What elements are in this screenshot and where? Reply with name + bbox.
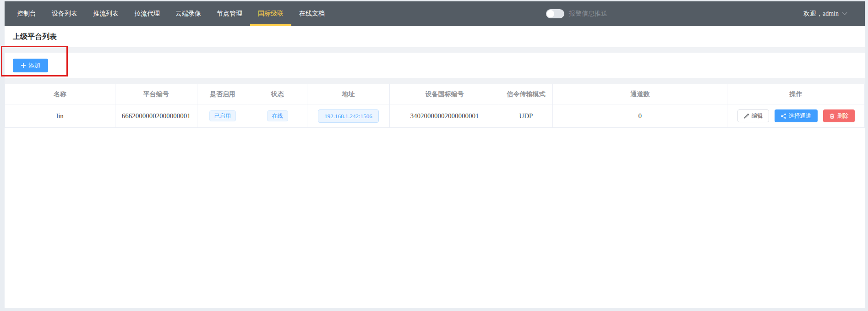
col-header-transport-mode: 信令传输模式 (499, 84, 553, 104)
nav-item-console[interactable]: 控制台 (9, 1, 44, 26)
table-header-row: 名称 平台编号 是否启用 状态 地址 设备国标编号 信令传输模式 通道数 操作 (5, 84, 865, 104)
divider-gap (5, 78, 865, 84)
edit-button[interactable]: 编辑 (737, 109, 769, 122)
alarm-push-toggle[interactable] (546, 9, 564, 18)
user-menu[interactable]: 欢迎，admin (803, 1, 847, 26)
platform-table: 名称 平台编号 是否启用 状态 地址 设备国标编号 信令传输模式 通道数 操作 … (5, 84, 865, 128)
page-title: 上级平台列表 (13, 32, 57, 42)
welcome-prefix: 欢迎， (803, 10, 823, 17)
enabled-badge: 已启用 (209, 110, 236, 121)
col-header-address: 地址 (307, 84, 390, 104)
cell-transport-mode: UDP (499, 104, 553, 128)
divider-gap (5, 47, 865, 53)
cell-channel-count: 0 (553, 104, 727, 128)
chevron-down-icon (842, 12, 847, 16)
platform-table-card: 名称 平台编号 是否启用 状态 地址 设备国标编号 信令传输模式 通道数 操作 … (5, 84, 865, 308)
share-icon (781, 113, 786, 119)
delete-button[interactable]: 删除 (823, 109, 855, 122)
welcome-text: 欢迎，admin (803, 10, 839, 18)
col-header-platform-id: 平台编号 (115, 84, 197, 104)
cell-device-gb-id: 34020000002000000001 (390, 104, 499, 128)
delete-button-label: 删除 (837, 112, 849, 120)
select-channel-button-label: 选择通道 (789, 112, 812, 120)
top-navbar: 控制台 设备列表 推流列表 拉流代理 云端录像 节点管理 国标级联 在线文档 报… (5, 1, 865, 26)
cell-status: 在线 (248, 104, 307, 128)
nav-item-cloud-record[interactable]: 云端录像 (168, 1, 209, 26)
toggle-knob (547, 10, 554, 17)
col-header-enabled: 是否启用 (197, 84, 248, 104)
address-badge[interactable]: 192.168.1.242:1506 (318, 109, 378, 123)
cell-name: lin (5, 104, 115, 128)
page-header: 上级平台列表 (5, 26, 865, 47)
alarm-push-group: 报警信息推送 (546, 1, 607, 26)
plus-icon (21, 63, 26, 68)
nav-item-online-docs[interactable]: 在线文档 (291, 1, 333, 26)
table-row: lin 66620000002000000001 已启用 在线 192.168.… (5, 104, 865, 128)
add-button-label: 添加 (28, 61, 40, 70)
add-button[interactable]: 添加 (13, 59, 48, 72)
col-header-name: 名称 (5, 84, 115, 104)
col-header-device-gb-id: 设备国标编号 (390, 84, 499, 104)
trash-icon (829, 113, 835, 119)
cell-address: 192.168.1.242:1506 (307, 104, 390, 128)
edit-button-label: 编辑 (752, 112, 763, 120)
select-channel-button[interactable]: 选择通道 (775, 109, 818, 122)
cell-platform-id: 66620000002000000001 (115, 104, 197, 128)
nav-item-node-manage[interactable]: 节点管理 (209, 1, 250, 26)
username: admin (823, 10, 839, 17)
col-header-status: 状态 (248, 84, 307, 104)
col-header-channel-count: 通道数 (553, 84, 727, 104)
nav-item-pull-proxy[interactable]: 拉流代理 (126, 1, 168, 26)
toolbar: 添加 (5, 53, 865, 78)
cell-operations: 编辑 选择通道 (727, 104, 865, 128)
nav-item-gb-cascade[interactable]: 国标级联 (250, 1, 291, 26)
nav-item-device-list[interactable]: 设备列表 (44, 1, 85, 26)
app-window: 控制台 设备列表 推流列表 拉流代理 云端录像 节点管理 国标级联 在线文档 报… (5, 1, 865, 308)
status-badge: 在线 (267, 110, 288, 121)
pencil-icon (743, 113, 749, 119)
cell-enabled: 已启用 (197, 104, 248, 128)
nav-item-push-list[interactable]: 推流列表 (85, 1, 126, 26)
col-header-operations: 操作 (727, 84, 865, 104)
alarm-push-label: 报警信息推送 (569, 10, 607, 18)
